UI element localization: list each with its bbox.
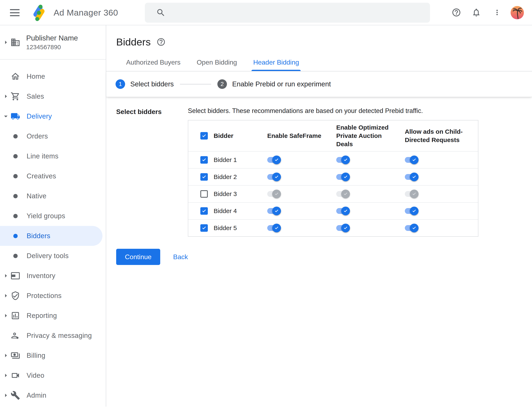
more-options-icon[interactable] [493,8,501,17]
sidebar-nav: HomeSalesDeliveryOrdersLine itemsCreativ… [0,60,106,405]
row-checkbox[interactable] [200,207,208,215]
video-icon [10,371,21,380]
bullet-icon [10,254,21,258]
sidebar-item-delivery-tools[interactable]: Delivery tools [0,246,106,266]
bidders-table: Bidder Enable SafeFrame Enable Optimized… [188,120,478,237]
table-row: Bidder 5 [188,219,478,236]
caret-right-icon [2,291,10,300]
sidebar-item-admin[interactable]: Admin [0,385,106,405]
toggle-optimized-deals[interactable] [336,223,350,233]
toggle-optimized-deals[interactable] [336,189,350,198]
truck-icon [10,111,21,121]
app-title: Ad Manager 360 [54,0,118,25]
sidebar-item-bidders[interactable]: Bidders [0,226,103,246]
row-checkbox[interactable] [200,224,208,232]
actions-row: Continue Back [116,249,532,265]
table-row: Bidder 1 [188,151,478,168]
back-button[interactable]: Back [172,253,189,261]
sidebar: Publisher Name 1234567890 HomeSalesDeliv… [0,25,106,407]
toggle-optimized-deals[interactable] [336,172,350,181]
toggle-child-directed[interactable] [405,172,419,181]
caret-right-icon [2,271,10,280]
sidebar-item-privacy-messaging[interactable]: Privacy & messaging [0,326,106,345]
sidebar-item-video[interactable]: Video [0,366,106,385]
caret-down-icon [2,112,10,121]
main-content: Bidders Authorized BuyersOpen BiddingHea… [106,25,532,407]
page-title: Bidders [116,36,151,48]
step-number: 1 [116,79,125,89]
sidebar-item-billing[interactable]: Billing [0,345,106,366]
toggle-safeframe[interactable] [267,206,281,216]
chart-icon [10,311,21,321]
toggle-optimized-deals[interactable] [336,206,350,216]
sidebar-item-sales[interactable]: Sales [0,86,106,106]
section-label: Select bidders [116,107,188,237]
tab-header-bidding[interactable]: Header Bidding [251,59,301,71]
row-checkbox[interactable] [200,190,208,198]
table-row: Bidder 3 [188,185,478,202]
caret-right-icon [2,391,10,400]
sidebar-item-line-items[interactable]: Line items [0,146,106,166]
tab-authorized-buyers[interactable]: Authorized Buyers [124,59,182,71]
top-app-bar: Ad Manager 360 [0,0,532,25]
bullet-icon [10,214,21,218]
sidebar-item-yield-groups[interactable]: Yield groups [0,206,106,226]
publisher-selector[interactable]: Publisher Name 1234567890 [0,25,106,59]
search-bar[interactable] [145,3,430,23]
sidebar-item-protections[interactable]: Protections [0,286,106,306]
sidebar-item-inventory[interactable]: Inventory [0,266,106,286]
building-icon [10,37,21,47]
toggle-safeframe[interactable] [267,155,281,164]
sidebar-item-delivery[interactable]: Delivery [0,106,106,126]
caret-right-icon [2,371,10,380]
cart-icon [10,92,21,101]
sidebar-item-reporting[interactable]: Reporting [0,306,106,326]
bullet-icon [10,234,21,238]
tab-open-bidding[interactable]: Open Bidding [195,59,239,71]
toggle-safeframe[interactable] [267,172,281,181]
toggle-child-directed[interactable] [405,189,419,198]
section-description: Select bidders. These recommendations ar… [188,107,532,115]
step-enable-prebid-or-run-experiment: 2Enable Prebid or run experiment [217,79,331,89]
page-header: Bidders Authorized BuyersOpen BiddingHea… [106,25,532,71]
search-input[interactable] [171,8,430,17]
ad-manager-app: Ad Manager 360 Publisher Name 1234567 [0,0,532,407]
toggle-child-directed[interactable] [405,155,419,164]
adunit-icon [10,271,21,281]
table-body: Bidder 1 Bidder 2 Bidder 3 Bidder 4 Bidd… [188,151,478,236]
table-row: Bidder 4 [188,202,478,219]
account-avatar[interactable] [511,6,524,19]
page-help-icon[interactable] [156,37,166,47]
stepper-connector [180,84,211,85]
step-number: 2 [217,79,227,89]
toggle-safeframe[interactable] [267,189,281,198]
column-header-optimized-deals: Enable Optimized Private Auction Deals [336,123,405,148]
notifications-icon[interactable] [471,8,481,17]
publisher-name: Publisher Name [26,34,78,42]
row-checkbox[interactable] [200,173,208,181]
step-select-bidders: 1Select bidders [116,79,174,89]
person-icon [10,331,21,340]
publisher-id: 1234567890 [26,44,78,51]
row-checkbox[interactable] [200,156,208,164]
sidebar-item-native[interactable]: Native [0,186,106,206]
money-icon [10,351,21,360]
toggle-child-directed[interactable] [405,206,419,216]
table-header-row: Bidder Enable SafeFrame Enable Optimized… [188,120,478,151]
toggle-safeframe[interactable] [267,223,281,233]
menu-icon[interactable] [10,9,20,16]
sidebar-item-creatives[interactable]: Creatives [0,166,106,186]
sidebar-item-home[interactable]: Home [0,66,106,86]
sidebar-item-orders[interactable]: Orders [0,126,106,146]
column-header-child-directed: Allow ads on Child-Directed Requests [405,127,478,144]
bullet-icon [10,134,21,139]
select-all-checkbox[interactable] [200,132,208,140]
help-icon[interactable] [451,8,461,17]
caret-right-icon [2,351,10,360]
ad-manager-logo-icon [30,4,48,21]
continue-button[interactable]: Continue [116,249,160,265]
toggle-child-directed[interactable] [405,223,419,233]
toggle-optimized-deals[interactable] [336,155,350,164]
table-row: Bidder 2 [188,168,478,185]
content-area: Select bidders Select bidders. These rec… [106,97,532,407]
